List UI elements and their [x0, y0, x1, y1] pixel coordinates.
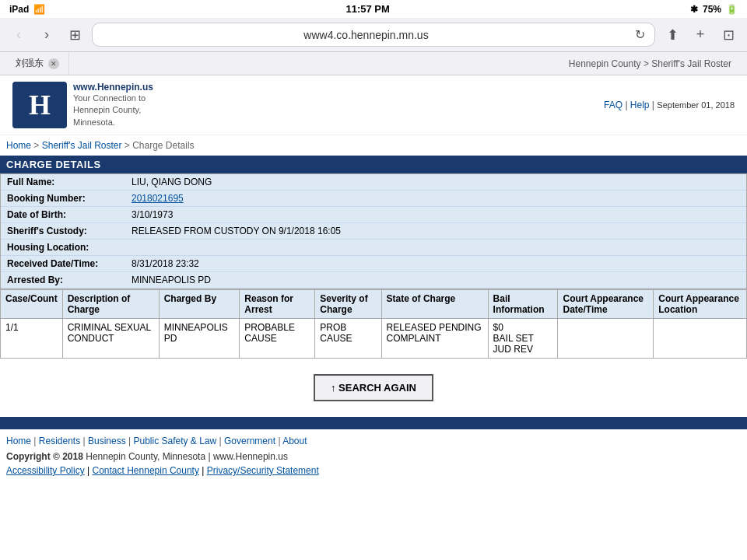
privacy-link[interactable]: Privacy/Security Statement	[207, 465, 319, 476]
status-right: ✱ 75% 🔋	[690, 4, 738, 15]
custody-label: Sheriff's Custody:	[7, 226, 132, 236]
table-cell: MINNEAPOLIS PD	[159, 319, 240, 359]
bookmark-button[interactable]: ⊞	[64, 24, 86, 46]
dob-row: Date of Birth: 3/10/1973	[1, 207, 746, 223]
battery-icon: 🔋	[726, 4, 738, 15]
logo-letter: H	[29, 89, 51, 121]
table-cell: RELEASED PENDING COMPLAINT	[381, 319, 488, 359]
clock: 11:57 PM	[345, 3, 389, 15]
breadcrumb-sep-1: >	[33, 140, 41, 151]
tab-bar: 刘强东 ✕ Hennepin County > Sheriff's Jail R…	[0, 52, 747, 75]
custody-row: Sheriff's Custody: RELEASED FROM CUSTODY…	[1, 223, 746, 240]
footer-bar	[0, 417, 747, 429]
tagline-line3: Minnesota.	[73, 117, 153, 128]
col-charged-by: Charged By	[159, 290, 240, 319]
col-court-location: Court Appearance Location	[654, 290, 747, 319]
table-cell: PROBABLE CAUSE	[240, 319, 315, 359]
search-again-button[interactable]: ↑ SEARCH AGAIN	[314, 374, 433, 401]
footer-public-safety-link[interactable]: Public Safety & Law	[133, 436, 216, 446]
charge-details-breadcrumb: Charge Details	[132, 140, 194, 151]
bluetooth-icon: ✱	[690, 4, 698, 15]
booking-number-link[interactable]: 2018021695	[132, 193, 184, 204]
table-cell	[654, 319, 747, 359]
table-cell	[558, 319, 654, 359]
booking-number-value: 2018021695	[132, 193, 184, 204]
footer-links: Home | Residents | Business | Public Saf…	[0, 429, 747, 450]
status-bar: iPad 📶 11:57 PM ✱ 75% 🔋	[0, 0, 747, 18]
received-value: 8/31/2018 23:32	[132, 258, 199, 269]
arrested-label: Arrested By:	[7, 275, 132, 285]
arrested-row: Arrested By: MINNEAPOLIS PD	[1, 272, 746, 289]
copyright-rest: Hennepin County, Minnesota | www.Hennepi…	[86, 451, 288, 462]
url-text: www4.co.hennepin.mn.us	[102, 29, 630, 41]
footer-about-link[interactable]: About	[282, 436, 307, 446]
tagline-line1: Your Connection to	[73, 93, 153, 104]
dob-value: 3/10/1973	[132, 209, 173, 220]
page-content: H www.Hennepin.us Your Connection to Hen…	[0, 75, 747, 417]
arrested-value: MINNEAPOLIS PD	[132, 275, 211, 285]
copyright-strong: Copyright © 2018	[6, 451, 83, 462]
ipad-label: iPad	[9, 4, 29, 15]
search-again-section: ↑ SEARCH AGAIN	[0, 359, 747, 417]
header-date: September 01, 2018	[657, 100, 735, 110]
table-cell: PROB CAUSE	[315, 319, 381, 359]
footer-residents-link[interactable]: Residents	[39, 436, 80, 446]
col-bail: Bail Information	[488, 290, 558, 319]
charges-table: Case/Count Description of Charge Charged…	[0, 289, 747, 359]
add-tab-button[interactable]: +	[689, 24, 711, 46]
jail-roster-breadcrumb-link[interactable]: Sheriff's Jail Roster	[42, 140, 122, 151]
section-header: CHARGE DETAILS	[0, 156, 747, 173]
footer-home-link[interactable]: Home	[6, 436, 31, 446]
help-link[interactable]: Help	[630, 100, 650, 110]
contact-link[interactable]: Contact Hennepin County	[93, 465, 199, 476]
footer-business-link[interactable]: Business	[88, 436, 126, 446]
faq-link[interactable]: FAQ	[604, 100, 622, 110]
tabs-button[interactable]: ⊡	[717, 24, 739, 46]
tab-1[interactable]: 刘强东 ✕	[6, 52, 69, 75]
status-left: iPad 📶	[9, 4, 45, 15]
share-button[interactable]: ⬆	[661, 24, 683, 46]
booking-number-row: Booking Number: 2018021695	[1, 191, 746, 207]
logo-tagline: www.Hennepin.us Your Connection to Henne…	[73, 82, 153, 128]
col-case-count: Case/Count	[1, 290, 63, 319]
full-name-value: LIU, QIANG DONG	[132, 177, 212, 187]
reload-button[interactable]: ↻	[635, 27, 645, 42]
wifi-icon: 📶	[33, 4, 45, 15]
back-button[interactable]: ‹	[8, 24, 30, 46]
housing-row: Housing Location:	[1, 240, 746, 256]
full-name-label: Full Name:	[7, 177, 132, 187]
logo-box: H	[12, 82, 67, 128]
logo-area: H www.Hennepin.us Your Connection to Hen…	[12, 82, 153, 128]
col-court-date: Court Appearance Date/Time	[558, 290, 654, 319]
tab-close-button[interactable]: ✕	[48, 58, 59, 69]
housing-label: Housing Location:	[7, 242, 132, 253]
forward-button[interactable]: ›	[36, 24, 58, 46]
url-bar[interactable]: www4.co.hennepin.mn.us ↻	[92, 23, 655, 47]
col-state: State of Charge	[381, 290, 488, 319]
table-cell: $0 BAIL SET JUD REV	[488, 319, 558, 359]
footer-government-link[interactable]: Government	[224, 436, 275, 446]
booking-number-label: Booking Number:	[7, 193, 132, 204]
browser-actions: ⬆ + ⊡	[661, 24, 739, 46]
breadcrumb: Home > Sheriff's Jail Roster > Charge De…	[0, 135, 747, 156]
tab-label: 刘强东	[16, 57, 44, 70]
accessibility-link[interactable]: Accessibility Policy	[6, 465, 85, 476]
home-breadcrumb-link[interactable]: Home	[6, 140, 31, 151]
table-row: 1/1CRIMINAL SEXUAL CONDUCTMINNEAPOLIS PD…	[1, 319, 747, 359]
table-cell: 1/1	[1, 319, 63, 359]
dob-label: Date of Birth:	[7, 209, 132, 220]
col-description: Description of Charge	[62, 290, 159, 319]
browser-chrome: ‹ › ⊞ www4.co.hennepin.mn.us ↻ ⬆ + ⊡	[0, 18, 747, 52]
received-label: Received Date/Time:	[7, 258, 132, 269]
breadcrumb-sep-2: >	[124, 140, 132, 151]
received-row: Received Date/Time: 8/31/2018 23:32	[1, 256, 746, 272]
battery-percent: 75%	[703, 4, 721, 15]
header-links: FAQ | Help | September 01, 2018	[604, 100, 735, 110]
site-header: H www.Hennepin.us Your Connection to Hen…	[0, 75, 747, 135]
col-severity: Severity of Charge	[315, 290, 381, 319]
full-name-row: Full Name: LIU, QIANG DONG	[1, 174, 746, 191]
footer-copyright: Copyright © 2018 Hennepin County, Minnes…	[0, 450, 747, 464]
col-reason: Reason for Arrest	[240, 290, 315, 319]
custody-value: RELEASED FROM CUSTODY ON 9/1/2018 16:05	[132, 226, 341, 236]
logo-url: www.Hennepin.us	[73, 82, 153, 93]
